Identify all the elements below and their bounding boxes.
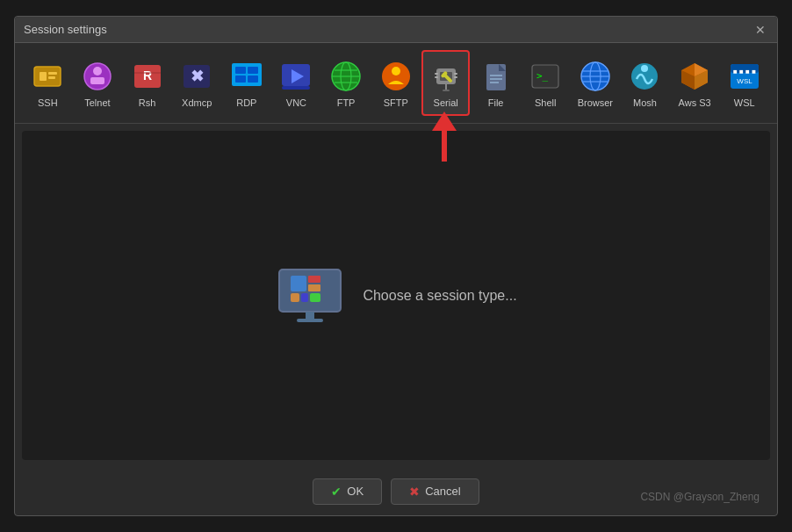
session-item-aws-s3[interactable]: Aws S3: [671, 50, 719, 116]
session-item-xdmcp[interactable]: ✖ Xdmcp: [173, 50, 221, 116]
svg-point-55: [641, 65, 648, 72]
svg-rect-18: [248, 75, 258, 83]
session-item-file[interactable]: File: [472, 50, 520, 116]
session-placeholder: Choose a session type...: [275, 265, 516, 327]
serial-label: Serial: [434, 97, 458, 108]
svg-rect-2: [40, 72, 47, 81]
aws-s3-label: Aws S3: [679, 97, 711, 108]
file-label: File: [488, 97, 504, 108]
svg-rect-17: [235, 75, 246, 83]
svg-rect-21: [282, 86, 310, 90]
session-item-vnc[interactable]: VNC: [272, 50, 320, 116]
titlebar: Session settings ✕: [15, 17, 777, 43]
svg-rect-8: [90, 77, 104, 84]
vnc-label: VNC: [286, 97, 306, 108]
svg-rect-67: [291, 276, 306, 291]
rdp-label: RDP: [236, 97, 256, 108]
session-item-browser[interactable]: Browser: [572, 50, 620, 116]
ftp-label: FTP: [337, 97, 356, 108]
ok-button[interactable]: ✔ OK: [313, 478, 382, 505]
rsh-label: Rsh: [139, 97, 156, 108]
svg-rect-73: [306, 312, 314, 319]
svg-rect-34: [435, 76, 438, 78]
cancel-button[interactable]: ✖ Cancel: [391, 478, 479, 505]
session-item-wsl[interactable]: ■ ■ ■ ■ WSL WSL: [720, 50, 768, 116]
shell-label: Shell: [535, 97, 556, 108]
ok-label: OK: [347, 485, 364, 498]
svg-rect-15: [235, 67, 246, 74]
wsl-icon: ■ ■ ■ ■ WSL: [727, 59, 762, 94]
browser-icon: [578, 59, 613, 94]
svg-rect-40: [486, 64, 506, 90]
wsl-label: WSL: [734, 97, 755, 108]
serial-icon: [428, 59, 464, 94]
session-item-serial[interactable]: Serial: [421, 50, 470, 116]
footer-buttons: ✔ OK ✖ Cancel: [313, 478, 479, 505]
session-item-sftp[interactable]: SFTP: [371, 50, 420, 116]
mosh-icon: [627, 59, 662, 94]
cancel-label: Cancel: [425, 485, 460, 498]
svg-rect-68: [308, 276, 320, 283]
footer: ✔ OK ✖ Cancel CSDN @Grayson_Zheng: [15, 467, 777, 515]
ssh-label: SSH: [38, 97, 58, 108]
svg-rect-0: [34, 67, 61, 86]
shell-icon: >_: [528, 59, 563, 94]
svg-rect-71: [301, 293, 308, 302]
svg-rect-14: [232, 63, 262, 86]
watermark-text: CSDN @Grayson_Zheng: [640, 491, 760, 503]
file-icon: [479, 59, 514, 94]
svg-rect-72: [310, 293, 320, 302]
session-item-ftp[interactable]: FTP: [322, 50, 371, 116]
svg-rect-4: [48, 76, 55, 79]
session-settings-window: Session settings ✕ SSH: [14, 16, 778, 516]
svg-rect-69: [308, 284, 320, 291]
sftp-icon: [378, 59, 414, 94]
cancel-x-icon: ✖: [409, 485, 420, 499]
placeholder-text: Choose a session type...: [363, 288, 516, 304]
session-item-mosh[interactable]: Mosh: [621, 50, 669, 116]
session-item-telnet[interactable]: Telnet: [74, 50, 122, 116]
aws-s3-icon: [677, 59, 712, 94]
svg-point-7: [93, 67, 102, 75]
svg-point-29: [392, 67, 400, 75]
mosh-label: Mosh: [633, 97, 657, 108]
svg-rect-74: [297, 319, 323, 322]
session-item-shell[interactable]: >_ Shell: [522, 50, 570, 116]
session-type-bar: SSH Telnet R Rsh: [15, 43, 777, 124]
rdp-icon: [229, 59, 264, 94]
ssh-icon: [30, 59, 65, 94]
session-placeholder-icon: [275, 265, 345, 327]
svg-text:✖: ✖: [191, 68, 204, 85]
sftp-label: SFTP: [384, 97, 408, 108]
session-item-ssh[interactable]: SSH: [24, 50, 72, 116]
svg-text:■ ■ ■ ■: ■ ■ ■ ■: [733, 68, 756, 75]
svg-text:WSL: WSL: [737, 77, 752, 85]
telnet-label: Telnet: [84, 97, 110, 108]
main-content-area: Choose a session type...: [22, 131, 770, 460]
window-title: Session settings: [24, 23, 107, 36]
ok-check-icon: ✔: [331, 485, 342, 499]
svg-text:R: R: [143, 68, 152, 83]
svg-rect-32: [435, 73, 438, 75]
svg-rect-16: [248, 67, 258, 74]
session-item-rdp[interactable]: RDP: [223, 50, 271, 116]
vnc-icon: [278, 59, 313, 94]
ftp-icon: [328, 59, 364, 94]
close-button[interactable]: ✕: [752, 22, 768, 38]
svg-rect-33: [454, 73, 457, 75]
xdmcp-icon: ✖: [179, 59, 214, 94]
rsh-icon: R: [130, 59, 165, 94]
telnet-icon: [80, 59, 115, 94]
svg-text:>_: >_: [536, 70, 549, 82]
xdmcp-label: Xdmcp: [182, 97, 212, 108]
session-item-rsh[interactable]: R Rsh: [123, 50, 171, 116]
svg-point-28: [382, 62, 410, 90]
svg-rect-35: [454, 76, 457, 78]
svg-rect-3: [48, 72, 57, 75]
browser-label: Browser: [578, 97, 613, 108]
svg-rect-37: [443, 90, 450, 91]
svg-rect-70: [291, 293, 299, 302]
